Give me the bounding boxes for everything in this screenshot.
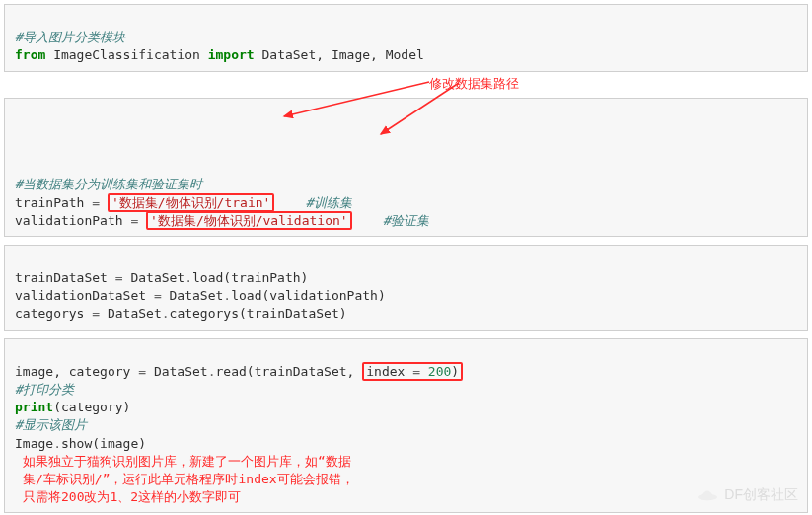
keyword-from: from <box>15 47 45 62</box>
code: Image <box>15 436 53 451</box>
comment: #当数据集分为训练集和验证集时 <box>15 177 202 191</box>
highlight-validation-path: '数据集/物体识别/validation' <box>146 211 352 230</box>
code-cell-2-paths: 修改数据集路径 #当数据集分为训练集和验证集时 trainPath = '数据集… <box>4 98 808 237</box>
module-name: ImageClassification <box>53 47 200 62</box>
code: DataSet <box>100 306 162 321</box>
code-cell-4-read: image, category = DataSet.read(trainData… <box>4 338 808 514</box>
code: DataSet <box>162 288 224 303</box>
code-cell-3-load: trainDataSet = DataSet.load(trainPath) v… <box>4 245 808 331</box>
operator-dot: . <box>185 270 192 285</box>
comment: #打印分类 <box>15 382 74 397</box>
annotation-side: 如果独立于猫狗识别图片库，新建了一个图片库，如“数据集/车标识别/”，运行此单元… <box>23 453 358 507</box>
operator-eq: = <box>138 364 146 379</box>
code-cell-1-import: #导入图片分类模块 from ImageClassification impor… <box>4 4 808 72</box>
operator-dot: . <box>53 436 61 451</box>
code: categorys <box>15 306 92 321</box>
code: categorys(trainDataSet) <box>170 306 347 321</box>
operator-eq: = <box>84 195 107 210</box>
paren: ) <box>451 364 459 379</box>
svg-line-0 <box>284 82 429 116</box>
code: read(trainDataSet, <box>216 364 363 379</box>
highlight-train-path: '数据集/物体识别/train' <box>108 193 274 212</box>
string-train-path: '数据集/物体识别/train' <box>111 195 270 210</box>
var-trainPath: trainPath <box>15 195 84 210</box>
import-list: DataSet, Image, Model <box>261 47 423 62</box>
comment: #验证集 <box>383 213 429 228</box>
space <box>420 364 428 379</box>
operator-dot: . <box>162 306 170 321</box>
code: validationDataSet <box>15 288 154 303</box>
code: DataSet <box>146 364 208 379</box>
code: load(trainPath) <box>192 270 308 285</box>
code: (category) <box>53 400 130 414</box>
operator-eq: = <box>92 306 100 321</box>
operator-eq: = <box>412 364 420 379</box>
operator-dot: . <box>223 288 231 303</box>
operator-eq: = <box>123 213 146 228</box>
operator-dot: . <box>208 364 216 379</box>
operator-eq: = <box>115 270 123 285</box>
comment: #导入图片分类模块 <box>15 30 125 44</box>
code: show(image) <box>61 436 146 451</box>
highlight-index: index = 200) <box>362 362 463 381</box>
code: image, category <box>15 364 138 379</box>
code: load(validationPath) <box>231 288 386 303</box>
string-validation-path: '数据集/物体识别/validation' <box>150 213 348 228</box>
comment: #显示该图片 <box>15 417 87 432</box>
keyword-print: print <box>15 400 53 414</box>
comment: #训练集 <box>306 195 352 210</box>
kw-index: index <box>366 364 412 379</box>
var-validationPath: validationPath <box>15 213 123 228</box>
arrow-icon <box>276 77 454 122</box>
code: DataSet <box>123 270 185 285</box>
operator-eq: = <box>154 288 162 303</box>
code: trainDataSet <box>15 270 115 285</box>
num-index: 200 <box>428 364 451 379</box>
keyword-import: import <box>208 47 255 62</box>
annotation-top: 修改数据集路径 <box>429 75 519 93</box>
